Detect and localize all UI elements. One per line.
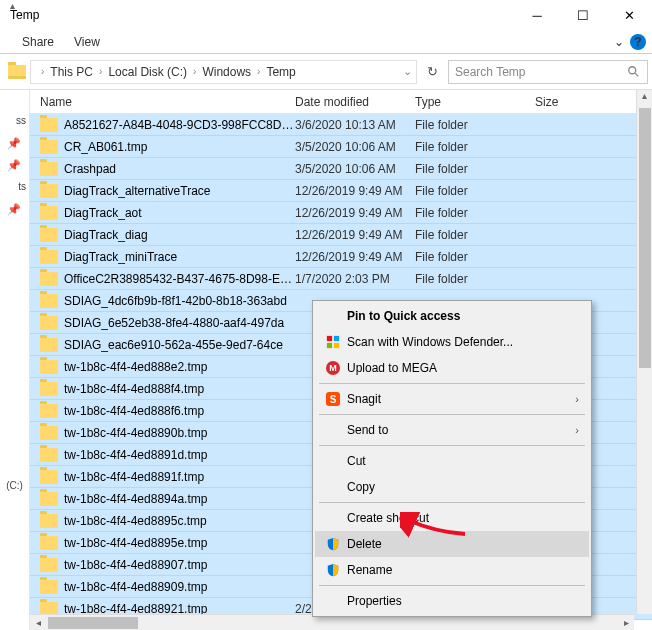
folder-icon xyxy=(40,470,58,484)
file-name: SDIAG_6e52eb38-8fe4-4880-aaf4-497da xyxy=(64,316,295,330)
menu-rename[interactable]: Rename xyxy=(315,557,589,583)
file-name: tw-1b8c-4f4-4ed8894a.tmp xyxy=(64,492,295,506)
search-icon xyxy=(627,65,641,79)
file-type: File folder xyxy=(415,118,535,132)
sidebar-scroll-up[interactable]: ▴ xyxy=(10,0,15,11)
pin-icon: 📌 xyxy=(0,198,28,220)
file-type: File folder xyxy=(415,250,535,264)
help-icon[interactable]: ? xyxy=(630,34,646,50)
breadcrumb[interactable]: › This PC › Local Disk (C:) › Windows › … xyxy=(30,60,417,84)
file-name: tw-1b8c-4f4-4ed8891d.tmp xyxy=(64,448,295,462)
minimize-button[interactable]: ─ xyxy=(514,0,560,30)
file-date: 12/26/2019 9:49 AM xyxy=(295,184,415,198)
file-name: SDIAG_4dc6fb9b-f8f1-42b0-8b18-363abd xyxy=(64,294,295,308)
folder-icon xyxy=(40,206,58,220)
file-row[interactable]: Crashpad3/5/2020 10:06 AMFile folder xyxy=(30,158,652,180)
file-name: CR_AB061.tmp xyxy=(64,140,295,154)
file-name: DiagTrack_alternativeTrace xyxy=(64,184,295,198)
menu-pin-quick[interactable]: Pin to Quick access xyxy=(315,303,589,329)
col-size[interactable]: Size xyxy=(535,95,595,109)
crumb-disk[interactable]: Local Disk (C:) xyxy=(108,65,187,79)
refresh-icon[interactable]: ↻ xyxy=(421,64,444,79)
folder-icon xyxy=(40,162,58,176)
file-type: File folder xyxy=(415,206,535,220)
file-row[interactable]: DiagTrack_diag12/26/2019 9:49 AMFile fol… xyxy=(30,224,652,246)
crumb-windows[interactable]: Windows xyxy=(202,65,251,79)
file-date: 12/26/2019 9:49 AM xyxy=(295,250,415,264)
folder-icon xyxy=(40,514,58,528)
folder-icon xyxy=(40,492,58,506)
col-name[interactable]: Name xyxy=(40,95,295,109)
quick-item[interactable]: ts xyxy=(0,176,29,198)
folder-icon xyxy=(40,250,58,264)
close-button[interactable]: ✕ xyxy=(606,0,652,30)
file-date: 12/26/2019 9:49 AM xyxy=(295,228,415,242)
file-row[interactable]: CR_AB061.tmp3/5/2020 10:06 AMFile folder xyxy=(30,136,652,158)
pin-icon: 📌 xyxy=(0,132,28,154)
svg-rect-2 xyxy=(327,336,332,341)
folder-icon xyxy=(8,65,26,79)
file-name: SDIAG_eac6e910-562a-455e-9ed7-64ce xyxy=(64,338,295,352)
crumb-thispc[interactable]: This PC xyxy=(50,65,93,79)
tab-view[interactable]: View xyxy=(74,35,100,49)
file-name: A8521627-A84B-4048-9CD3-998FCC8D47... xyxy=(64,118,295,132)
file-type: File folder xyxy=(415,162,535,176)
file-row[interactable]: DiagTrack_miniTrace12/26/2019 9:49 AMFil… xyxy=(30,246,652,268)
file-name: tw-1b8c-4f4-4ed8890b.tmp xyxy=(64,426,295,440)
folder-icon xyxy=(40,382,58,396)
folder-icon xyxy=(40,338,58,352)
file-name: DiagTrack_diag xyxy=(64,228,295,242)
search-placeholder: Search Temp xyxy=(455,65,525,79)
folder-icon xyxy=(40,360,58,374)
file-name: OfficeC2R38985432-B437-4675-8D98-E82... xyxy=(64,272,295,286)
menu-properties[interactable]: Properties xyxy=(315,588,589,614)
menu-shortcut[interactable]: Create shortcut xyxy=(315,505,589,531)
folder-icon xyxy=(40,558,58,572)
crumb-temp[interactable]: Temp xyxy=(266,65,295,79)
ribbon: Share View ⌄ ? xyxy=(0,30,652,54)
column-headers[interactable]: Name Date modified Type Size xyxy=(30,90,652,114)
history-chevron-icon[interactable]: ⌄ xyxy=(403,65,412,78)
folder-icon xyxy=(40,316,58,330)
file-row[interactable]: DiagTrack_aot12/26/2019 9:49 AMFile fold… xyxy=(30,202,652,224)
vertical-scrollbar[interactable]: ▴ xyxy=(636,90,652,614)
quick-access-sidebar: ▴ ss 📌 📌 ts 📌 (C:) xyxy=(0,90,30,630)
address-bar: › This PC › Local Disk (C:) › Windows › … xyxy=(0,54,652,90)
context-menu: Pin to Quick access Scan with Windows De… xyxy=(312,300,592,617)
menu-mega[interactable]: MUpload to MEGA xyxy=(315,355,589,381)
file-date: 12/26/2019 9:49 AM xyxy=(295,206,415,220)
file-row[interactable]: A8521627-A84B-4048-9CD3-998FCC8D47...3/6… xyxy=(30,114,652,136)
file-date: 1/7/2020 2:03 PM xyxy=(295,272,415,286)
file-row[interactable]: OfficeC2R38985432-B437-4675-8D98-E82...1… xyxy=(30,268,652,290)
file-name: DiagTrack_aot xyxy=(64,206,295,220)
svg-rect-5 xyxy=(334,343,339,348)
file-row[interactable]: DiagTrack_alternativeTrace12/26/2019 9:4… xyxy=(30,180,652,202)
menu-delete[interactable]: Delete xyxy=(315,531,589,557)
menu-snagit[interactable]: SSnagit› xyxy=(315,386,589,412)
folder-icon xyxy=(40,448,58,462)
maximize-button[interactable]: ☐ xyxy=(560,0,606,30)
ribbon-chevron-icon[interactable]: ⌄ xyxy=(614,35,624,49)
file-type: File folder xyxy=(415,184,535,198)
file-name: tw-1b8c-4f4-4ed8891f.tmp xyxy=(64,470,295,484)
folder-icon xyxy=(40,118,58,132)
file-name: tw-1b8c-4f4-4ed8895c.tmp xyxy=(64,514,295,528)
file-name: tw-1b8c-4f4-4ed88909.tmp xyxy=(64,580,295,594)
svg-line-1 xyxy=(635,72,639,76)
file-name: tw-1b8c-4f4-4ed888f4.tmp xyxy=(64,382,295,396)
col-date[interactable]: Date modified xyxy=(295,95,415,109)
col-type[interactable]: Type xyxy=(415,95,535,109)
folder-icon xyxy=(40,228,58,242)
tab-share[interactable]: Share xyxy=(22,35,54,49)
quick-item[interactable]: ss xyxy=(0,110,29,132)
file-name: tw-1b8c-4f4-4ed88907.tmp xyxy=(64,558,295,572)
drive-label[interactable]: (C:) xyxy=(0,480,29,491)
menu-defender[interactable]: Scan with Windows Defender... xyxy=(315,329,589,355)
folder-icon xyxy=(40,404,58,418)
file-name: tw-1b8c-4f4-4ed888f6.tmp xyxy=(64,404,295,418)
menu-copy[interactable]: Copy xyxy=(315,474,589,500)
file-name: Crashpad xyxy=(64,162,295,176)
menu-cut[interactable]: Cut xyxy=(315,448,589,474)
search-input[interactable]: Search Temp xyxy=(448,60,648,84)
menu-sendto[interactable]: Send to› xyxy=(315,417,589,443)
